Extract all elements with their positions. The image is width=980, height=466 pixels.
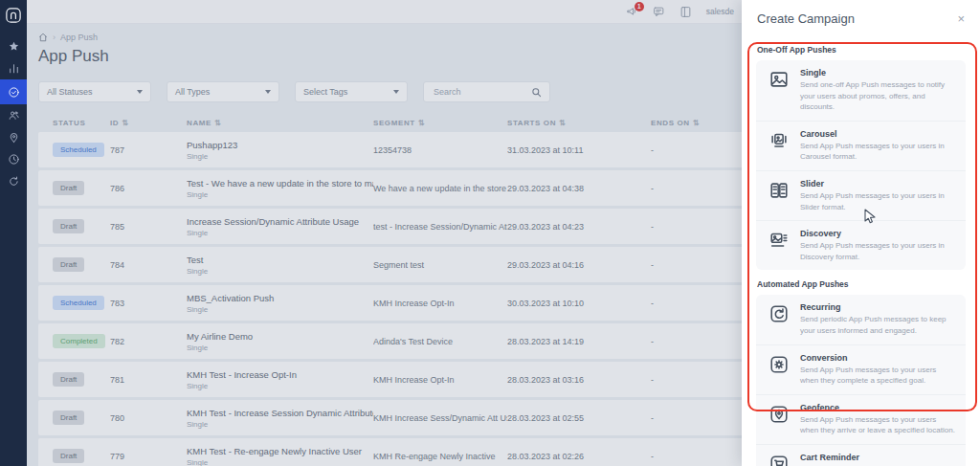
close-icon[interactable]: × [957, 12, 965, 25]
sort-icon[interactable]: ⇅ [559, 119, 566, 127]
name-cell: KMH Test - Increase Session Dynamic Attr… [187, 408, 373, 429]
search-icon[interactable] [531, 87, 542, 98]
chevron-down-icon [393, 90, 399, 94]
starts-on-cell: 29.03.2023 at 04:38 [507, 184, 651, 193]
campaign-name: Test [187, 255, 373, 265]
item-description: Send App Push messages to your users in … [800, 190, 956, 212]
star-icon [8, 40, 20, 53]
status-badge: Draft [53, 449, 84, 463]
sidebar-item-audience[interactable] [0, 104, 27, 126]
breadcrumb-current[interactable]: App Push [60, 33, 98, 42]
sidebar-item-history[interactable] [0, 148, 27, 170]
sort-icon[interactable]: ⇅ [693, 119, 700, 127]
campaign-type: Single [187, 420, 373, 429]
feedback-icon[interactable] [653, 6, 665, 18]
campaign-type: Single [187, 229, 373, 237]
status-badge: Draft [53, 257, 84, 272]
search-input[interactable] [432, 86, 512, 98]
column-label: SEGMENT [373, 119, 415, 127]
campaign-name: KMH Test - Increase Opt-In [187, 369, 373, 380]
sort-icon[interactable]: ⇅ [418, 119, 425, 127]
id-cell: 783 [110, 299, 187, 308]
slider-icon [768, 179, 790, 205]
sidebar-item-analytics[interactable] [0, 57, 27, 79]
status-cell: Draft [38, 181, 110, 195]
status-badge: Draft [53, 411, 84, 425]
search-box[interactable] [423, 81, 550, 102]
status-filter-dropdown[interactable]: All Statuses [38, 81, 151, 102]
segment-cell: test - Increase Session/Dynamic Attrib..… [373, 222, 507, 232]
campaign-type-item-conversion[interactable]: ConversionSend App Push messages to your… [756, 345, 966, 395]
sidebar-item-campaigns[interactable] [0, 79, 27, 104]
status-badge: Completed [53, 334, 105, 348]
filter-bar: All Statuses All Types Select Tags [38, 81, 550, 102]
sort-icon[interactable]: ⇅ [214, 119, 221, 127]
account-name[interactable]: salesde [706, 7, 734, 16]
column-header-segment[interactable]: SEGMENT⇅ [373, 119, 507, 127]
name-cell: MBS_Activation PushSingle [187, 293, 373, 314]
campaign-type: Single [187, 382, 373, 390]
item-description: Send periodic App Push messages to keep … [800, 314, 956, 336]
column-label: ENDS ON [651, 119, 690, 127]
notification-count-badge: 1 [635, 2, 644, 11]
segment-cell: KMH Increase Opt-In [373, 299, 507, 308]
item-title: Geofence [800, 403, 956, 412]
name-cell: TestSingle [187, 255, 373, 276]
starts-on-cell: 28.03.2023 at 02:26 [507, 452, 651, 461]
campaign-type-item-carousel[interactable]: CarouselSend App Push messages to your u… [756, 122, 966, 171]
item-description: Send one-off App Push messages to notify… [800, 79, 956, 113]
sidebar [0, 0, 27, 466]
campaign-name: KMH Test - Re-engage Newly Inactive User [187, 446, 373, 456]
item-title: Discovery [800, 229, 956, 238]
status-badge: Scheduled [53, 296, 104, 310]
campaign-type-item-recurring[interactable]: RecurringSend periodic App Push messages… [756, 295, 966, 344]
column-header-status: STATUS [38, 119, 110, 127]
item-description: Send App Push messages to your users in … [800, 141, 956, 163]
campaign-type-item-single[interactable]: SingleSend one-off App Push messages to … [756, 60, 966, 122]
starts-on-cell: 29.03.2023 at 04:16 [507, 260, 651, 270]
guide-icon[interactable] [679, 6, 692, 18]
id-cell: 784 [110, 260, 187, 270]
item-description: Send App Push messages to your users in … [800, 240, 956, 262]
main-area: 1 salesde › App Push App Push All Status… [27, 0, 742, 466]
geofence-icon [768, 403, 790, 429]
sort-icon[interactable]: ⇅ [122, 119, 128, 127]
section-label: Automated App Pushes [757, 279, 966, 289]
item-text: GeofenceSend App Push messages to your u… [800, 403, 956, 436]
id-cell: 779 [110, 452, 187, 461]
name-cell: KMH Test - Re-engage Newly Inactive User… [187, 446, 373, 466]
campaign-type-item-geofence[interactable]: GeofenceSend App Push messages to your u… [756, 395, 966, 445]
campaign-type-item-discovery[interactable]: DiscoverySend App Push messages to your … [756, 221, 966, 270]
item-text: Cart ReminderSend App Push messages to y… [800, 453, 956, 466]
column-header-id[interactable]: ID⇅ [110, 119, 187, 127]
topbar: 1 salesde [27, 0, 742, 24]
status-badge: Draft [53, 219, 84, 233]
breadcrumb: › App Push [38, 33, 98, 42]
type-filter-dropdown[interactable]: All Types [167, 81, 279, 102]
app-logo-icon[interactable] [0, 3, 27, 28]
status-cell: Completed [38, 334, 110, 348]
campaign-type-group: SingleSend one-off App Push messages to … [756, 60, 966, 270]
segment-cell: Adinda's Test Device [373, 337, 507, 346]
campaign-type-item-slider[interactable]: SliderSend App Push messages to your use… [756, 171, 966, 221]
column-label: STATUS [53, 119, 85, 127]
sidebar-item-sync[interactable] [0, 170, 27, 192]
name-cell: Test - We have a new update in the store… [187, 178, 373, 199]
segment-cell: Segment test [373, 260, 507, 270]
sidebar-item-geolocation[interactable] [0, 126, 27, 148]
notifications-icon[interactable]: 1 [626, 6, 638, 18]
column-header-starts-on[interactable]: STARTS ON⇅ [507, 119, 651, 127]
column-label: NAME [187, 119, 212, 127]
id-cell: 787 [110, 145, 187, 155]
carousel-icon [768, 129, 790, 155]
tags-filter-dropdown[interactable]: Select Tags [295, 81, 408, 102]
campaign-type-item-cart-reminder[interactable]: Cart ReminderSend App Push messages to y… [756, 445, 966, 466]
home-icon[interactable] [38, 33, 48, 42]
campaign-name: Increase Session/Dynamic Attribute Usage [187, 216, 373, 227]
segment-cell: 12354738 [373, 145, 507, 155]
campaign-name: My Airline Demo [187, 331, 373, 342]
column-header-name[interactable]: NAME⇅ [187, 119, 373, 127]
sidebar-item-favorites[interactable] [0, 35, 27, 57]
segment-cell: KMH Re-engage Newly Inactive [373, 452, 507, 461]
status-cell: Scheduled [38, 296, 110, 310]
